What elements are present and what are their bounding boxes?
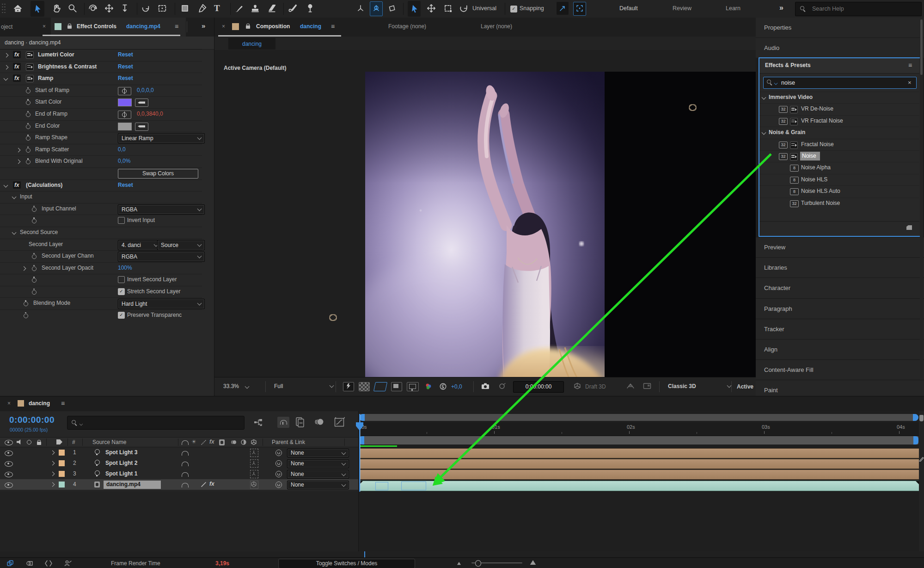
parent-dropdown[interactable]: None: [287, 449, 349, 457]
sidebar-item-paragraph[interactable]: Paragraph: [756, 298, 924, 319]
axis-switch-box[interactable]: [250, 449, 258, 457]
second-layer-channel-dropdown[interactable]: RGBA: [118, 252, 205, 262]
eye-column-icon[interactable]: [5, 440, 13, 445]
graph-editor-icon[interactable]: [334, 417, 345, 428]
collapse-chevron-icon[interactable]: [12, 230, 17, 235]
sidebar-item-align[interactable]: Align: [756, 339, 924, 359]
frame-blending-icon[interactable]: [295, 417, 305, 428]
layer-name[interactable]: Spot Light 1: [105, 470, 137, 477]
draft-3d-label[interactable]: Draft 3D: [585, 383, 606, 390]
expand-chevron-icon[interactable]: [4, 53, 9, 58]
effect-item-vr-de-noise[interactable]: 32 VR De-Noise: [759, 103, 919, 115]
layer-label-chip[interactable]: [59, 482, 65, 488]
prop-value[interactable]: 0,0,0,0: [137, 87, 154, 93]
effect-row-lumetri[interactable]: fx Lumetri Color Reset: [0, 49, 202, 61]
stopwatch-icon[interactable]: [23, 300, 29, 306]
zoom-out-mountain-icon[interactable]: [457, 562, 461, 565]
reset-link[interactable]: Reset: [118, 51, 133, 58]
shy-toggle-button[interactable]: [277, 417, 289, 428]
footage-tab[interactable]: Footage (none): [388, 23, 426, 30]
second-layer-dropdown[interactable]: 4. danci: [118, 240, 161, 250]
second-layer-source-dropdown[interactable]: Source: [157, 240, 205, 250]
layer-name[interactable]: Spot Light 3: [105, 449, 137, 456]
parent-dropdown[interactable]: None: [287, 459, 349, 468]
channels-rgb-icon[interactable]: [424, 383, 433, 391]
preview-timecode-box[interactable]: 0:00:00:00: [513, 381, 564, 393]
search-options-chevron-icon[interactable]: [80, 422, 83, 426]
parent-dropdown[interactable]: None: [287, 481, 349, 489]
workspace-tab-learn[interactable]: Learn: [726, 5, 740, 12]
effect-item-noise-hls-auto[interactable]: 8 Noise HLS Auto: [759, 185, 919, 197]
collapse-chevron-icon[interactable]: [4, 183, 8, 187]
live-update-icon[interactable]: [6, 560, 14, 567]
unlock-icon[interactable]: [246, 25, 250, 29]
workspace-tab-review[interactable]: Review: [673, 5, 691, 12]
local-axis-mode-icon[interactable]: [356, 4, 365, 13]
project-tab-close-icon[interactable]: ×: [43, 23, 46, 30]
eraser-tool-icon[interactable]: [267, 3, 277, 13]
stopwatch-icon[interactable]: [31, 217, 37, 223]
expand-chevron-icon[interactable]: [50, 472, 55, 476]
composition-tab-doc[interactable]: dancing: [300, 23, 321, 30]
shy-switch-icon[interactable]: [182, 462, 189, 466]
author-icon[interactable]: [64, 560, 72, 567]
rotation-tool-icon[interactable]: [141, 3, 151, 13]
blending-mode-dropdown[interactable]: Hard Light: [118, 299, 205, 309]
mask-visibility-button[interactable]: [391, 382, 402, 391]
eyedropper-icon[interactable]: [135, 123, 148, 131]
timeline-tab-label[interactable]: dancing: [29, 400, 50, 407]
composition-viewer[interactable]: Active Camera (Default): [214, 50, 756, 377]
eye-icon[interactable]: [5, 482, 13, 488]
lock-column-icon[interactable]: [37, 442, 41, 445]
prop-value[interactable]: 0,0: [118, 146, 126, 153]
eye-icon[interactable]: [5, 472, 13, 477]
draft-mode-icon[interactable]: [26, 560, 33, 567]
stopwatch-icon[interactable]: [23, 312, 29, 318]
position-crosshair-icon[interactable]: [118, 111, 131, 119]
search-options-chevron-icon[interactable]: [774, 81, 778, 85]
effect-item-fractal-noise[interactable]: 32 Fractal Noise: [759, 139, 919, 150]
magnification-dropdown[interactable]: 33.3%: [220, 382, 266, 391]
composition-tab-title[interactable]: Composition: [256, 23, 290, 30]
effect-row-ramp[interactable]: fx Ramp Reset: [0, 73, 202, 85]
orbit-camera-tool-icon[interactable]: [88, 3, 98, 13]
effects-search-box[interactable]: ×: [763, 77, 917, 89]
collapse-switch-icon[interactable]: ☀: [191, 438, 196, 445]
roto-brush-tool-icon[interactable]: [287, 3, 297, 13]
solo-column-icon[interactable]: [27, 440, 31, 445]
sidebar-item-tracker[interactable]: Tracker: [756, 319, 924, 339]
group-label[interactable]: Second Source: [20, 229, 58, 235]
sidebar-item-content-aware-fill[interactable]: Content-Aware Fill: [756, 359, 924, 380]
pick-whip-icon[interactable]: [275, 482, 282, 488]
selection-tool-active-bg[interactable]: [31, 1, 44, 17]
sidebar-item-audio[interactable]: Audio: [756, 37, 924, 58]
effect-controls-tab-doc[interactable]: dancing.mp4: [126, 23, 160, 30]
quality-switch-icon[interactable]: [201, 439, 207, 445]
timeline-tab-close-icon[interactable]: ×: [7, 400, 11, 407]
pick-whip-icon[interactable]: [275, 471, 282, 477]
panel-menu-icon[interactable]: ≡: [908, 62, 912, 69]
reset-link[interactable]: Reset: [118, 63, 133, 70]
expand-chevron-icon[interactable]: [50, 482, 55, 487]
sidebar-item-preview[interactable]: Preview: [756, 237, 924, 257]
comp-marker-button[interactable]: [919, 415, 924, 421]
layer-label-chip[interactable]: [59, 471, 65, 477]
brush-tool-icon[interactable]: [234, 3, 244, 13]
ramp-shape-dropdown[interactable]: Linear Ramp: [118, 133, 205, 143]
layer-name[interactable]: Spot Light 2: [105, 460, 137, 466]
effect-item-noise-hls[interactable]: 8 Noise HLS: [759, 174, 919, 185]
show-snapshot-icon[interactable]: [497, 382, 507, 390]
effect-item-noise-selected[interactable]: 32 Noise: [759, 150, 919, 162]
draft-3d-icon[interactable]: [573, 382, 581, 390]
effects-group-immersive-video[interactable]: Immersive Video: [759, 92, 919, 103]
workspace-tab-default[interactable]: Default: [619, 5, 638, 12]
effect-controls-tab-title[interactable]: Effect Controls: [77, 23, 116, 30]
3d-ground-plane-icon[interactable]: [626, 382, 635, 390]
layer-bar-spot-light-1[interactable]: [359, 469, 919, 480]
zoom-slider-knob[interactable]: [475, 560, 481, 567]
work-area-bar[interactable]: [359, 436, 918, 445]
resolution-dropdown[interactable]: Full: [271, 382, 337, 391]
panel-menu-icon[interactable]: ≡: [175, 23, 178, 30]
number-column-header[interactable]: #: [72, 439, 75, 445]
pan-camera-tool-icon[interactable]: [104, 3, 114, 13]
